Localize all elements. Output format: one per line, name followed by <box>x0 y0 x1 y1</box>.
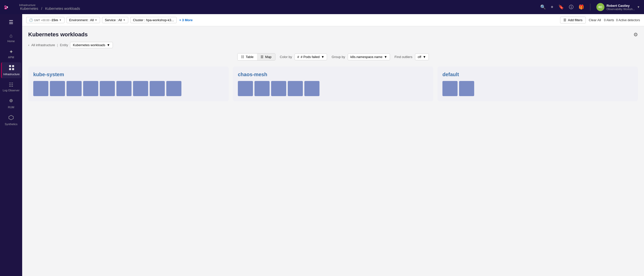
filter-icon: ☰ <box>563 18 566 22</box>
page-content: Kubernetes workloads ⚙ ‹ All infrastruct… <box>22 26 644 276</box>
svg-rect-4 <box>9 68 11 70</box>
pod-box[interactable] <box>304 81 319 96</box>
color-by-select[interactable]: # # Pods failed ▼ <box>295 53 327 60</box>
pod-box[interactable] <box>83 81 98 96</box>
alerts-count: 0 Alerts <box>604 18 614 22</box>
entity-separator: | <box>57 43 58 47</box>
sidebar: ☰ ⌂ Home ✦ APM Infrastructure ☷ Log Obse… <box>0 14 22 276</box>
add-icon[interactable]: + <box>551 5 554 10</box>
breadcrumb-supertitle: Infrastructure <box>19 4 536 7</box>
clear-all-button[interactable]: Clear All <box>589 18 601 22</box>
find-outliers-label: Find outliers <box>395 55 412 59</box>
table-tab-label: Table <box>246 55 253 59</box>
search-icon[interactable]: 🔍 <box>540 4 546 10</box>
time-value: -15m <box>50 18 58 22</box>
pod-grid-chaos-mesh <box>238 81 428 96</box>
entity-select[interactable]: Kubernetes workloads ▼ <box>70 42 113 48</box>
back-label[interactable]: All infrastructure <box>31 43 55 47</box>
topnav-icons: 🔍 + 🔖 ⓘ 🎁 RC Robert Castley Observabilit… <box>540 3 640 11</box>
user-info: Robert Castley Observability Worksh... <box>606 4 635 11</box>
pod-box[interactable] <box>33 81 48 96</box>
detectors-count: 0 Active detectors <box>616 18 640 22</box>
sidebar-item-synthetics-label: Synthetics <box>5 123 18 126</box>
pod-box[interactable] <box>67 81 82 96</box>
service-filter[interactable]: Service : All ▼ <box>102 17 128 23</box>
user-workspace: Observability Worksh... <box>606 8 635 11</box>
time-caret-icon: ▼ <box>59 19 62 21</box>
entity-nav: ‹ All infrastructure | Entity Kubernetes… <box>28 42 638 48</box>
sidebar-menu-toggle[interactable]: ☰ <box>7 17 15 27</box>
sidebar-item-log-observer-label: Log Observer <box>3 89 20 92</box>
service-caret-icon: ▼ <box>123 19 125 21</box>
svg-text:S: S <box>4 5 7 10</box>
namespace-default-title[interactable]: default <box>442 72 633 77</box>
sidebar-item-synthetics[interactable]: Synthetics <box>1 112 21 128</box>
find-outliers-select[interactable]: off ▼ <box>415 53 429 60</box>
sidebar-item-home[interactable]: ⌂ Home <box>1 30 21 45</box>
namespace-card-kube-system: kube-system <box>28 67 229 101</box>
sidebar-item-infrastructure-label: Infrastructure <box>3 73 20 76</box>
svg-point-7 <box>11 100 12 101</box>
pod-box[interactable] <box>116 81 132 96</box>
find-outliers-caret-icon: ▼ <box>423 55 426 59</box>
pod-box[interactable] <box>459 81 474 96</box>
pod-box[interactable] <box>254 81 270 96</box>
sidebar-item-rum[interactable]: RUM <box>1 95 21 111</box>
synthetics-icon <box>8 115 14 122</box>
alerts-info: 0 Alerts 0 Active detectors <box>604 18 640 22</box>
page-header: Kubernetes workloads ⚙ <box>28 31 638 38</box>
time-filter[interactable]: 🕐 GMT +00:00 -15m ▼ <box>26 17 65 23</box>
topnav: > S Infrastructure Kubernetes / Kubernet… <box>0 0 644 14</box>
group-by-select[interactable]: k8s.namespace.name ▼ <box>348 53 390 60</box>
map-icon: ☰ <box>261 55 264 59</box>
breadcrumb-parent[interactable]: Kubernetes <box>20 7 38 11</box>
pod-box[interactable] <box>271 81 286 96</box>
environment-filter[interactable]: Environment : All ▼ <box>67 17 100 23</box>
user-menu[interactable]: RC Robert Castley Observability Worksh..… <box>596 3 640 11</box>
environment-filter-label: Environment : All <box>69 18 94 22</box>
breadcrumb-title: Kubernetes / Kubernetes workloads <box>19 7 536 11</box>
pod-box[interactable] <box>166 81 181 96</box>
back-button[interactable]: ‹ <box>28 43 29 47</box>
color-by-value: # Pods failed <box>301 55 319 59</box>
sidebar-item-apm[interactable]: ✦ APM <box>1 46 21 61</box>
pod-box[interactable] <box>442 81 458 96</box>
breadcrumb: Infrastructure Kubernetes / Kubernetes w… <box>19 4 536 11</box>
help-icon[interactable]: ⓘ <box>569 4 573 10</box>
pod-box[interactable] <box>238 81 253 96</box>
sidebar-item-rum-label: RUM <box>8 106 14 109</box>
table-view-tab[interactable]: ☷ Table <box>238 53 257 60</box>
svg-rect-3 <box>12 65 14 67</box>
pod-box[interactable] <box>288 81 303 96</box>
time-label: GMT +00:00 <box>34 19 49 22</box>
gift-icon[interactable]: 🎁 <box>578 4 584 10</box>
map-view-tab[interactable]: ☰ Map <box>257 53 275 60</box>
home-icon: ⌂ <box>10 33 13 39</box>
namespace-chaos-mesh-title[interactable]: chaos-mesh <box>238 72 428 77</box>
namespace-kube-system-title[interactable]: kube-system <box>33 72 224 77</box>
add-filters-button[interactable]: ☰ Add filters <box>560 17 586 23</box>
sidebar-item-infrastructure[interactable]: Infrastructure <box>1 62 21 78</box>
cluster-filter[interactable]: Cluster : hpa-workshop-k3... <box>130 17 177 23</box>
sidebar-item-log-observer[interactable]: ☷ Log Observer <box>1 79 21 94</box>
pod-box[interactable] <box>100 81 115 96</box>
pod-grid-default <box>442 81 633 96</box>
pod-box[interactable] <box>133 81 148 96</box>
entity-label: Entity <box>60 43 68 47</box>
bookmark-icon[interactable]: 🔖 <box>558 4 564 10</box>
breadcrumb-sep: / <box>41 7 42 11</box>
svg-marker-8 <box>9 115 13 120</box>
add-filters-label: Add filters <box>568 18 583 22</box>
find-outliers-value: off <box>418 55 421 59</box>
pod-box[interactable] <box>50 81 65 96</box>
namespace-grid: kube-system chaos-mesh <box>28 67 638 101</box>
service-filter-label: Service : All <box>105 18 122 22</box>
settings-icon[interactable]: ⚙ <box>633 32 638 38</box>
namespace-card-chaos-mesh: chaos-mesh <box>233 67 433 101</box>
view-tab-group: ☷ Table ☰ Map <box>237 53 275 61</box>
splunk-logo[interactable]: > S <box>4 3 13 12</box>
more-filters[interactable]: + 3 More <box>179 18 192 22</box>
page-title: Kubernetes workloads <box>28 31 88 38</box>
infrastructure-icon <box>9 65 14 72</box>
pod-box[interactable] <box>150 81 165 96</box>
